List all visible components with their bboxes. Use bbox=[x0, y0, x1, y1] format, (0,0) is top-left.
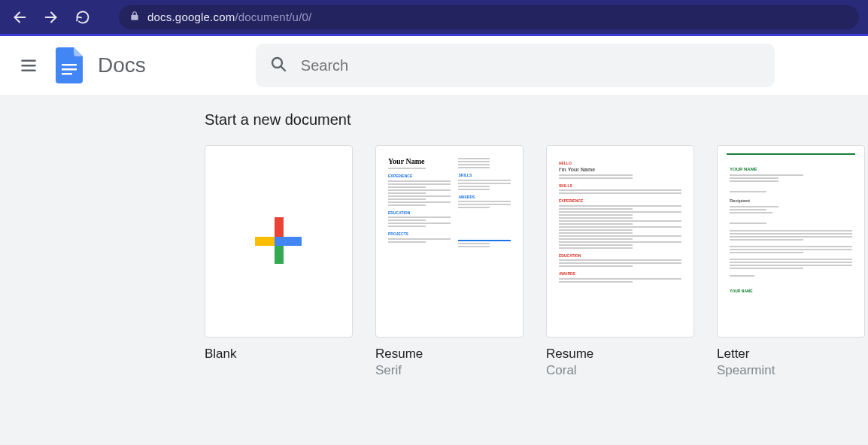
browser-chrome: docs.google.com/document/u/0/ bbox=[0, 0, 868, 36]
svg-rect-10 bbox=[275, 217, 284, 240]
template-name: Resume bbox=[375, 347, 524, 362]
template-name: Blank bbox=[205, 347, 353, 362]
template-resume-coral[interactable]: Hello I'm Your Name Skills Experience Ed… bbox=[546, 145, 694, 378]
svg-rect-6 bbox=[62, 68, 77, 71]
docs-logo-icon bbox=[56, 47, 83, 83]
url-text: docs.google.com/document/u/0/ bbox=[147, 11, 311, 23]
svg-rect-3 bbox=[21, 65, 36, 67]
svg-rect-2 bbox=[21, 59, 36, 62]
template-thumb-blank bbox=[205, 145, 353, 338]
template-thumb-resume-serif: Your Name Experience Education Pr bbox=[375, 145, 524, 338]
svg-rect-7 bbox=[62, 73, 72, 75]
hamburger-icon bbox=[19, 56, 38, 75]
reload-button[interactable] bbox=[72, 7, 93, 28]
app-title: Docs bbox=[98, 53, 146, 77]
template-letter-spearmint[interactable]: Your Name Recipient bbox=[717, 145, 865, 378]
search-box[interactable] bbox=[256, 44, 775, 87]
arrow-right-icon bbox=[43, 9, 59, 26]
template-subtitle: Spearmint bbox=[717, 363, 865, 378]
template-resume-serif[interactable]: Your Name Experience Education Pr bbox=[375, 145, 524, 378]
search-icon bbox=[269, 55, 287, 76]
template-subtitle: Coral bbox=[546, 363, 694, 378]
main-menu-button[interactable] bbox=[14, 50, 44, 80]
template-row: Blank Your Name Experience bbox=[205, 145, 868, 378]
reload-icon bbox=[75, 10, 90, 25]
template-name: Resume bbox=[546, 347, 694, 362]
forward-button[interactable] bbox=[41, 7, 62, 28]
template-name: Letter bbox=[717, 347, 865, 362]
template-blank[interactable]: Blank bbox=[205, 145, 353, 378]
template-gallery: Start a new document Blank bbox=[0, 95, 868, 445]
template-thumb-letter-spearmint: Your Name Recipient bbox=[717, 145, 865, 338]
lock-icon bbox=[129, 11, 140, 24]
svg-rect-14 bbox=[275, 237, 284, 246]
svg-rect-5 bbox=[62, 64, 77, 66]
section-title: Start a new document bbox=[205, 111, 868, 129]
template-thumb-resume-coral: Hello I'm Your Name Skills Experience Ed… bbox=[546, 145, 694, 338]
svg-rect-12 bbox=[255, 237, 278, 246]
template-subtitle: Serif bbox=[375, 363, 524, 378]
back-button[interactable] bbox=[9, 7, 30, 28]
search-input[interactable] bbox=[301, 57, 761, 74]
plus-icon bbox=[252, 214, 306, 268]
arrow-left-icon bbox=[11, 9, 28, 26]
svg-line-9 bbox=[281, 66, 285, 71]
app-header: Docs bbox=[0, 36, 868, 95]
svg-rect-4 bbox=[21, 69, 36, 71]
address-bar[interactable]: docs.google.com/document/u/0/ bbox=[119, 5, 859, 29]
